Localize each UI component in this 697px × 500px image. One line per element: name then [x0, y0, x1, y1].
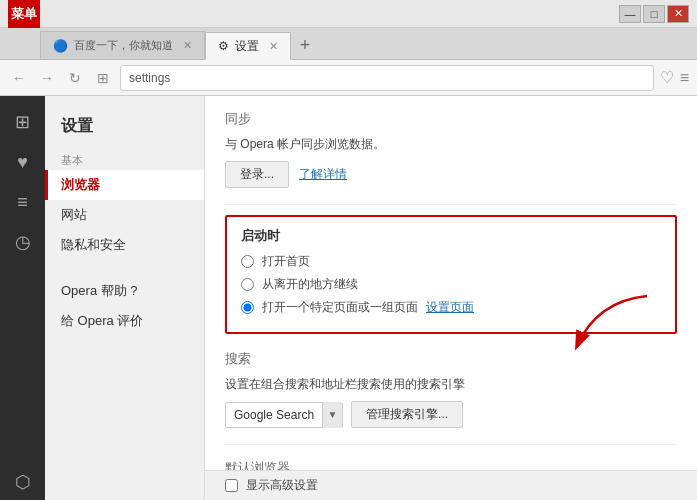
- settings-nav-title: 设置: [45, 108, 204, 149]
- startup-title: 启动时: [241, 227, 661, 245]
- titlebar-left: 菜单: [8, 0, 40, 28]
- startup-section: 启动时 打开首页 从离开的地方继续 打开一个特定页面或一组页面 设置: [225, 215, 677, 334]
- startup-option-homepage: 打开首页: [241, 253, 661, 270]
- tab-baidu-close[interactable]: ✕: [183, 39, 192, 52]
- grid-btn[interactable]: ⊞: [92, 67, 114, 89]
- tab-add-btn[interactable]: +: [291, 31, 319, 59]
- refresh-btn[interactable]: ↻: [64, 67, 86, 89]
- tab-settings-close[interactable]: ✕: [269, 40, 278, 53]
- tab-baidu[interactable]: 🔵 百度一下，你就知道 ✕: [40, 31, 205, 59]
- bottom-bar: 显示高级设置: [205, 470, 697, 500]
- search-desc: 设置在组合搜索和地址栏搜索使用的搜索引擎: [225, 376, 677, 393]
- sync-login-btn[interactable]: 登录...: [225, 161, 289, 188]
- titlebar: 菜单 — □ ✕: [0, 0, 697, 28]
- startup-label-continue: 从离开的地方继续: [262, 276, 358, 293]
- default-browser-section: 默认浏览器 Opera 不是当前的默认浏览器。 将 Opera 设置为默认浏览器…: [225, 459, 677, 470]
- divider-2: [225, 444, 677, 445]
- tabbar: 🔵 百度一下，你就知道 ✕ ⚙ 设置 ✕ +: [0, 28, 697, 60]
- settings-nav-section-basic: 基本: [45, 149, 204, 170]
- startup-box: 启动时 打开首页 从离开的地方继续 打开一个特定页面或一组页面 设置: [225, 215, 677, 334]
- tab-baidu-label: 百度一下，你就知道: [74, 38, 173, 53]
- startup-label-homepage: 打开首页: [262, 253, 310, 270]
- search-section-title: 搜索: [225, 350, 677, 368]
- sidebar-heart-icon[interactable]: ♥: [5, 144, 41, 180]
- address-input[interactable]: [120, 65, 654, 91]
- sidebar-clock-icon[interactable]: ◷: [5, 224, 41, 260]
- sync-learn-link[interactable]: 了解详情: [299, 166, 347, 183]
- forward-btn[interactable]: →: [36, 67, 58, 89]
- opera-rate-label: 给 Opera 评价: [61, 312, 143, 330]
- search-dropdown-arrow[interactable]: ▼: [322, 402, 342, 428]
- settings-content: 同步 与 Opera 帐户同步浏览数据。 登录... 了解详情 启动时 打开首页: [205, 96, 697, 470]
- divider-1: [225, 204, 677, 205]
- search-engine-value: Google Search: [226, 408, 322, 422]
- search-engine-dropdown[interactable]: Google Search ▼: [225, 402, 343, 428]
- sync-text: 与 Opera 帐户同步浏览数据。: [225, 136, 677, 153]
- sync-section-title: 同步: [225, 110, 677, 128]
- main-layout: ⊞ ♥ ≡ ◷ ⬡ 设置 基本 浏览器 网站 隐私和安全 Opera 帮助 ? …: [0, 96, 697, 500]
- settings-nav-item-privacy[interactable]: 隐私和安全: [45, 230, 204, 260]
- search-row: Google Search ▼ 管理搜索引擎...: [225, 401, 677, 428]
- opera-menu-btn[interactable]: 菜单: [8, 0, 40, 28]
- menu-icon[interactable]: ≡: [680, 69, 689, 87]
- addressbar: ← → ↻ ⊞ ♡ ≡: [0, 60, 697, 96]
- startup-radio-continue[interactable]: [241, 278, 254, 291]
- manage-search-btn[interactable]: 管理搜索引擎...: [351, 401, 463, 428]
- startup-box-wrapper: 启动时 打开首页 从离开的地方继续 打开一个特定页面或一组页面 设置: [225, 215, 677, 334]
- settings-nav-item-opera-rate[interactable]: 给 Opera 评价: [45, 306, 204, 336]
- advanced-settings-label: 显示高级设置: [246, 477, 318, 494]
- sidebar-grid-icon[interactable]: ⊞: [5, 104, 41, 140]
- search-section: 搜索 设置在组合搜索和地址栏搜索使用的搜索引擎 Google Search ▼ …: [225, 350, 677, 428]
- startup-radio-specific[interactable]: [241, 301, 254, 314]
- back-btn[interactable]: ←: [8, 67, 30, 89]
- tab-settings-label: 设置: [235, 38, 259, 55]
- settings-nav-item-opera-help[interactable]: Opera 帮助 ?: [45, 276, 204, 306]
- tab-baidu-icon: 🔵: [53, 39, 68, 53]
- startup-option-specific: 打开一个特定页面或一组页面 设置页面: [241, 299, 661, 316]
- sidebar-news-icon[interactable]: ≡: [5, 184, 41, 220]
- bookmark-heart-btn[interactable]: ♡: [660, 68, 674, 87]
- titlebar-controls: — □ ✕: [619, 5, 689, 23]
- settings-nav-item-website[interactable]: 网站: [45, 200, 204, 230]
- startup-option-continue: 从离开的地方继续: [241, 276, 661, 293]
- sync-section: 同步 与 Opera 帐户同步浏览数据。 登录... 了解详情: [225, 110, 677, 188]
- tab-settings-icon: ⚙: [218, 39, 229, 53]
- maximize-btn[interactable]: □: [643, 5, 665, 23]
- tab-settings[interactable]: ⚙ 设置 ✕: [205, 32, 291, 60]
- startup-label-specific: 打开一个特定页面或一组页面: [262, 299, 418, 316]
- opera-help-label: Opera 帮助 ?: [61, 282, 138, 300]
- sync-btn-row: 登录... 了解详情: [225, 161, 677, 188]
- sidebar: ⊞ ♥ ≡ ◷ ⬡: [0, 96, 45, 500]
- settings-nav: 设置 基本 浏览器 网站 隐私和安全 Opera 帮助 ? 给 Opera 评价: [45, 96, 205, 500]
- default-browser-title: 默认浏览器: [225, 459, 677, 470]
- startup-set-pages-link[interactable]: 设置页面: [426, 299, 474, 316]
- opera-menu-label: 菜单: [11, 5, 37, 23]
- startup-radio-homepage[interactable]: [241, 255, 254, 268]
- advanced-settings-checkbox[interactable]: [225, 479, 238, 492]
- settings-nav-item-browser[interactable]: 浏览器: [45, 170, 204, 200]
- settings-content-wrapper: 同步 与 Opera 帐户同步浏览数据。 登录... 了解详情 启动时 打开首页: [205, 96, 697, 500]
- close-btn[interactable]: ✕: [667, 5, 689, 23]
- minimize-btn[interactable]: —: [619, 5, 641, 23]
- sidebar-puzzle-icon[interactable]: ⬡: [5, 464, 41, 500]
